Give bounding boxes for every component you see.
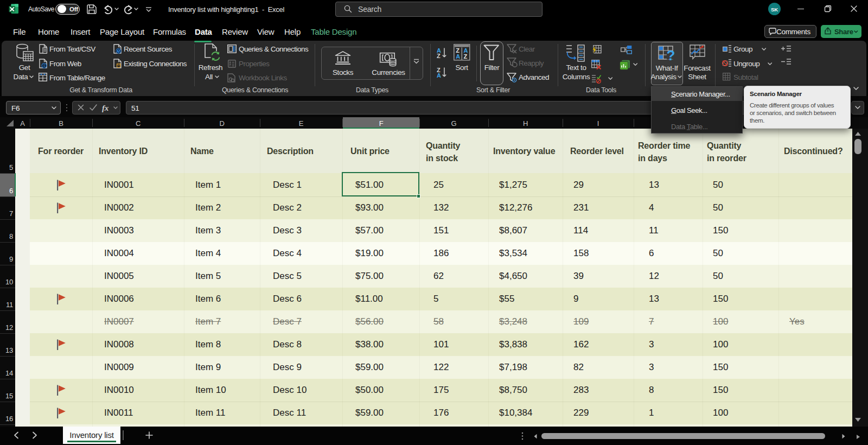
svg-text:Z: Z bbox=[437, 53, 441, 59]
svg-text:A: A bbox=[437, 72, 441, 79]
svg-text:Z: Z bbox=[464, 53, 468, 60]
svg-text:?: ? bbox=[667, 47, 675, 63]
svg-text:A: A bbox=[456, 53, 460, 60]
